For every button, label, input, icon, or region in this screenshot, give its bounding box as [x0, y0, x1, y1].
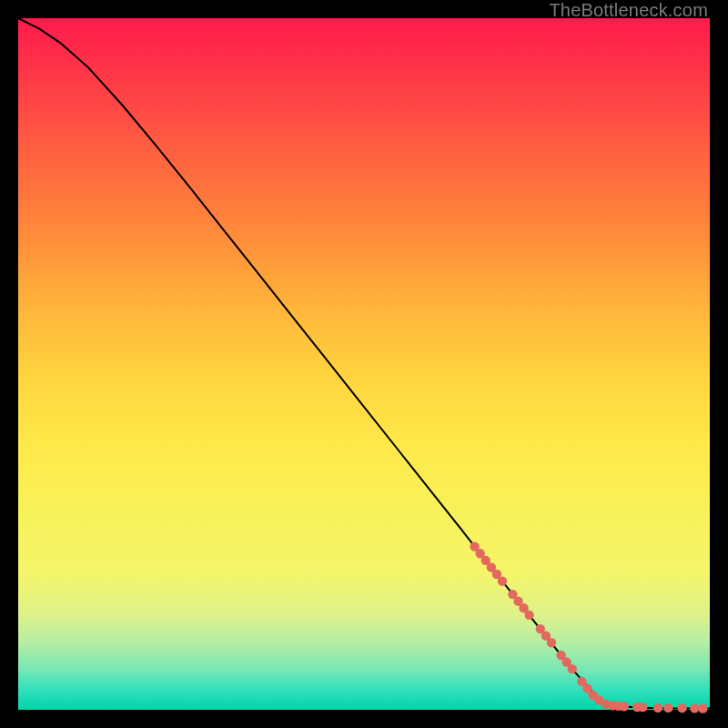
data-marker	[620, 702, 629, 711]
data-marker	[524, 611, 533, 620]
data-marker	[638, 703, 647, 712]
data-marker	[547, 638, 556, 647]
data-marker	[653, 703, 662, 713]
data-marker	[690, 703, 699, 713]
data-marker	[677, 703, 686, 713]
data-marker	[663, 703, 672, 713]
bottleneck-curve	[18, 18, 710, 708]
curve-overlay	[18, 18, 710, 710]
data-marker	[698, 703, 707, 713]
data-markers	[470, 541, 707, 713]
data-marker	[568, 664, 577, 673]
chart-stage: TheBottleneck.com	[0, 0, 728, 728]
data-marker	[498, 576, 507, 585]
